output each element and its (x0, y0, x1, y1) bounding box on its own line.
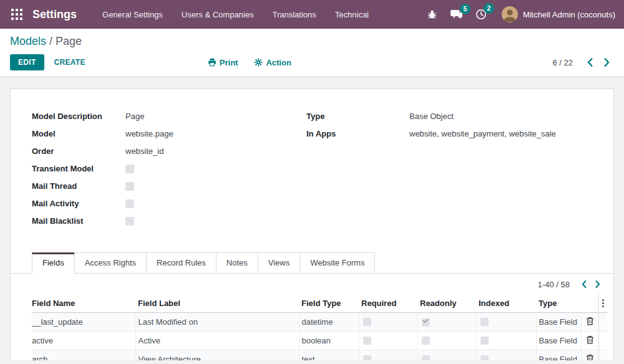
list-pager-next-button[interactable] (591, 279, 605, 289)
notebook-tabs: FieldsAccess RightsRecord RulesNotesView… (11, 252, 613, 274)
form-sheet: Model DescriptionPageModelwebsite.pageOr… (10, 89, 614, 360)
topbar: Settings General SettingsUsers & Compani… (0, 0, 624, 29)
tab-access-rights[interactable]: Access Rights (74, 252, 147, 274)
table-header-row: Field NameField LabelField TypeRequiredR… (32, 294, 607, 313)
messages-button[interactable]: 5 (450, 9, 463, 20)
trash-icon (586, 354, 594, 360)
field-row: In Appswebsite, website_payment, website… (306, 129, 592, 138)
breadcrumb-models-link[interactable]: Models (10, 35, 46, 47)
record-pager-next-button[interactable] (600, 57, 614, 68)
print-label: Print (220, 58, 238, 67)
topbar-right: 5 2 Mitchell Admin (coconuts) (421, 6, 615, 22)
edit-button[interactable]: EDIT (10, 54, 44, 70)
cell-gutter (598, 350, 607, 361)
required-checkbox (363, 355, 371, 360)
print-button[interactable]: Print (208, 58, 238, 67)
table-row-last-update[interactable]: __last_updateLast Modified ondatetimeBas… (32, 313, 607, 332)
field-value-type: Base Object (409, 112, 592, 121)
list-pager-value[interactable]: 1-40 / 58 (538, 280, 570, 289)
bug-icon (427, 9, 437, 20)
checkbox-mail-blacklist (125, 217, 134, 226)
cell-delete (581, 313, 598, 332)
activities-button[interactable]: 2 (475, 9, 487, 20)
column-header-field-label[interactable]: Field Label (135, 294, 299, 313)
field-label: Mail Blacklist (32, 216, 125, 226)
field-row: Mail Blacklist (32, 216, 306, 226)
user-menu[interactable]: Mitchell Admin (coconuts) (523, 10, 615, 19)
column-header-field-type[interactable]: Field Type (299, 294, 359, 313)
record-pager-previous-button[interactable] (583, 57, 597, 68)
chevron-left-icon (582, 280, 587, 288)
breadcrumb-current: Page (56, 35, 82, 47)
user-avatar[interactable] (502, 6, 518, 22)
optional-columns-header (598, 294, 607, 313)
tab-views[interactable]: Views (258, 252, 300, 274)
cell-field-type: datetime (299, 313, 359, 332)
menu-item-translations[interactable]: Translations (263, 0, 325, 29)
action-label: Action (266, 58, 291, 67)
field-row: Orderwebsite_id (32, 146, 306, 156)
breadcrumb-separator: / (49, 35, 56, 47)
menu-item-general-settings[interactable]: General Settings (93, 0, 172, 29)
cell-type: Base Field (536, 350, 581, 361)
required-checkbox (363, 318, 371, 326)
grid-icon (11, 9, 22, 20)
tab-notes[interactable]: Notes (216, 252, 258, 274)
cell-indexed (476, 313, 536, 332)
debug-button[interactable] (427, 9, 437, 20)
table-row-active[interactable]: activeActivebooleanBase Field (32, 332, 607, 350)
column-header-indexed[interactable]: Indexed (476, 294, 536, 313)
record-pager: 6 / 22 (552, 57, 614, 68)
column-header-field-name[interactable]: Field Name (32, 294, 135, 313)
cell-delete (581, 350, 598, 361)
chevron-left-icon (587, 58, 593, 67)
cell-readonly (417, 332, 476, 350)
apps-grid-icon[interactable] (7, 5, 26, 24)
cell-indexed (476, 332, 536, 350)
cell-gutter (598, 313, 607, 332)
delete-row-button[interactable] (586, 354, 594, 360)
list-pager-previous-button[interactable] (577, 279, 591, 289)
optional-columns-toggle-icon[interactable] (602, 299, 605, 307)
form-left-column: Model DescriptionPageModelwebsite.pageOr… (32, 112, 306, 234)
cell-delete (581, 332, 598, 350)
field-row: Transient Model (32, 164, 306, 173)
app-name[interactable]: Settings (32, 8, 77, 21)
table-row-arch[interactable]: archView ArchitecturetextBase Field (32, 350, 607, 361)
record-pager-value[interactable]: 6 / 22 (552, 58, 573, 67)
messages-badge: 5 (460, 4, 470, 14)
tab-website-forms[interactable]: Website Forms (300, 252, 375, 274)
cell-field-type: boolean (299, 332, 359, 350)
tab-fields[interactable]: Fields (32, 252, 75, 274)
trash-icon (586, 317, 594, 325)
topbar-menu: General SettingsUsers & CompaniesTransla… (93, 0, 378, 29)
menu-item-users-companies[interactable]: Users & Companies (172, 0, 263, 29)
action-button[interactable]: Action (254, 58, 291, 67)
field-label: Type (306, 112, 409, 121)
control-panel: Models / Page EDIT CREATE Print (0, 29, 624, 77)
list-pager: 1-40 / 58 (32, 274, 606, 294)
column-header-required[interactable]: Required (359, 294, 417, 313)
column-header-type[interactable]: Type (536, 294, 581, 313)
cell-type: Base Field (536, 313, 581, 332)
control-panel-buttons: EDIT CREATE Print (10, 54, 614, 70)
tab-record-rules[interactable]: Record Rules (146, 252, 217, 274)
cell-field-label: Active (135, 332, 299, 350)
field-label: Model Description (32, 112, 125, 121)
field-label: Order (32, 146, 125, 156)
field-value-model: website.page (125, 129, 306, 138)
cell-field-name: active (32, 332, 135, 350)
cell-field-name: __last_update (32, 313, 135, 332)
menu-item-technical[interactable]: Technical (326, 0, 378, 29)
breadcrumb: Models / Page (10, 35, 614, 48)
avatar-image (502, 6, 518, 22)
field-value-model-description: Page (125, 112, 306, 121)
field-label: Mail Thread (32, 181, 125, 191)
field-label: In Apps (306, 129, 409, 138)
column-header-readonly[interactable]: Readonly (417, 294, 476, 313)
cell-required (359, 332, 417, 350)
delete-row-button[interactable] (586, 335, 594, 344)
fields-list-section: 1-40 / 58 Field Name (32, 274, 606, 360)
delete-row-button[interactable] (586, 317, 594, 325)
create-button[interactable]: CREATE (54, 58, 85, 67)
